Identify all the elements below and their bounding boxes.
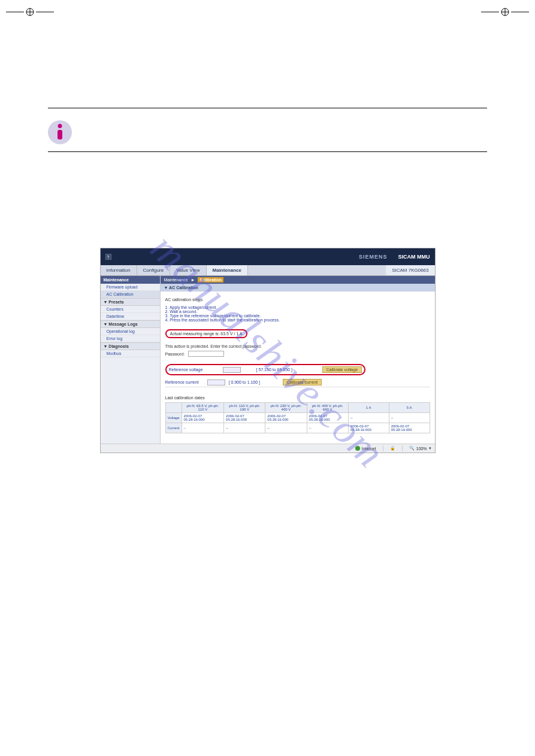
password-input[interactable] [188,351,224,357]
breadcrumb: Maintenance ► Calibration [161,276,435,284]
registration-mark-tr [481,6,529,18]
table-header: 1 A [348,403,389,413]
sidebar-item-counters[interactable]: Counters [101,306,160,313]
app-window: ? SIEMENS SICAM MMU Information Configur… [100,248,436,453]
steps-title: AC calibration steps: [165,297,430,302]
tab-value-view[interactable]: Value View [170,265,206,275]
sidebar-item-ac-calibration[interactable]: AC Calibration [101,291,160,298]
product-name: SICAM MMU [398,254,430,260]
table-cell: -- [348,413,389,423]
table-row: Current -- -- -- -- 2006-02-07 05:28:16:… [165,423,430,433]
step-item: 3. Type in the reference voltage/current… [165,314,430,318]
status-internet: Internet [362,447,376,451]
sidebar-item-error-log[interactable]: Error log [101,335,160,342]
measuring-range-text: Actual measuring range is: 63.5 V / 1 A [170,332,243,336]
table-cell: -- [389,413,430,423]
breadcrumb-root: Maintenance [164,278,188,282]
table-header: 5 A [389,403,430,413]
note-section [48,108,487,152]
table-header: ph-N: 230 V, ph-ph: 400 V [265,403,307,413]
table-cell: 2006-02-07 05:28:16:000 [265,413,307,423]
table-row: Voltage 2006-02-07 05:28:16:000 2006-02-… [165,413,430,423]
ref-current-label: Reference current [165,380,207,384]
chevron-down-icon: ▾ [429,446,431,451]
zoom-icon: 🔍 [409,446,415,451]
table-cell: -- [265,423,307,433]
ref-current-input[interactable] [207,379,225,385]
calibration-table: ph-N: 63.5 V, ph-ph: 110 V ph-N: 110 V, … [165,402,430,433]
table-cell: 2006-02-07 05:28:16:000 [348,423,389,433]
status-bar: Internet 🔒 🔍 100% ▾ [101,444,435,453]
zoom-level: 100% [416,447,427,451]
sidebar-item-datetime[interactable]: Date/time [101,313,160,320]
breadcrumb-sep-icon: ► [191,278,195,282]
protected-mode-icon: 🔒 [390,446,395,451]
sidebar-item-operational-log[interactable]: Operational log [101,328,160,335]
table-cell: 2006-02-07 05:28:16:000 [182,413,224,423]
table-cell: 2006-02-07 05:28:16:000 [389,423,430,433]
highlight-reference-voltage: Reference voltage [ 57.150 to 69.850 ] C… [165,364,366,375]
row-label: Voltage [165,413,182,423]
calibrate-current-button[interactable]: Calibrate current [283,379,322,385]
sidebar-head: Maintenance [101,276,160,284]
sidebar-item-firmware[interactable]: Firmware upload [101,284,160,291]
status-separator [402,445,403,451]
content-area: Maintenance ► Calibration ▼ AC Calibrati… [161,276,435,444]
sidebar-group-diagnosis[interactable]: ▼ Diagnosis [101,342,160,350]
password-label: Password: [165,352,185,356]
step-item: 4. Press the associated button to start … [165,318,430,322]
table-cell: 2006-02-07 05:28:16:000 [307,413,348,423]
zoom-control[interactable]: 🔍 100% ▾ [409,446,431,451]
status-separator [383,445,383,451]
ref-current-range: [ 0.900 to 1.100 ] [229,380,277,384]
protected-text: This action is protected. Enter the corr… [165,344,430,348]
table-header: ph-N: 110 V, ph-ph: 190 V [224,403,265,413]
table-header-row: ph-N: 63.5 V, ph-ph: 110 V ph-N: 110 V, … [165,403,430,413]
device-id: SICAM 7KG0663 [386,265,434,275]
table-header: ph-N: 63.5 V, ph-ph: 110 V [182,403,224,413]
table-cell: 2006-02-07 05:28:16:000 [224,413,265,423]
step-item: 1. Apply the voltage/current. [165,305,430,309]
table-cell: -- [182,423,224,433]
sidebar: Maintenance Firmware upload AC Calibrati… [101,276,161,444]
brand-logo: SIEMENS [359,254,388,260]
last-calibration-title: Last calibration dates [165,396,430,400]
nav-tabs: Information Configure Value View Mainten… [101,265,435,276]
tab-configure[interactable]: Configure [137,265,171,275]
panel-head[interactable]: ▼ AC Calibration [161,284,435,292]
ref-voltage-range: [ 57.150 to 69.850 ] [256,368,304,372]
tab-maintenance[interactable]: Maintenance [207,265,248,275]
breadcrumb-current: Calibration [198,277,223,283]
ref-voltage-label: Reference voltage [169,368,211,372]
ref-voltage-input[interactable] [223,367,241,373]
help-icon[interactable]: ? [105,254,111,260]
highlight-measuring-range: Actual measuring range is: 63.5 V / 1 A [165,329,247,338]
step-item: 2. Wait a second. [165,309,430,314]
app-header: ? SIEMENS SICAM MMU [101,248,435,265]
table-header [165,403,182,413]
sidebar-item-modbus[interactable]: Modbus [101,350,160,357]
registration-mark-tl [6,6,54,18]
sidebar-group-message-logs[interactable]: ▼ Message Logs [101,320,160,328]
internet-icon [355,446,360,451]
sidebar-group-presets[interactable]: ▼ Presets [101,298,160,306]
table-cell: -- [224,423,265,433]
info-icon [48,120,72,144]
tab-information[interactable]: Information [101,265,137,275]
steps-list: 1. Apply the voltage/current. 2. Wait a … [165,305,430,322]
row-label: Current [165,423,182,433]
screenshot-figure: manualshive.com ? SIEMENS SICAM MMU Info… [100,248,436,453]
table-header: ph-N: 400 V, ph-ph: 690 V [307,403,348,413]
table-cell: -- [307,423,348,433]
calibrate-voltage-button[interactable]: Calibrate voltage [322,366,362,373]
